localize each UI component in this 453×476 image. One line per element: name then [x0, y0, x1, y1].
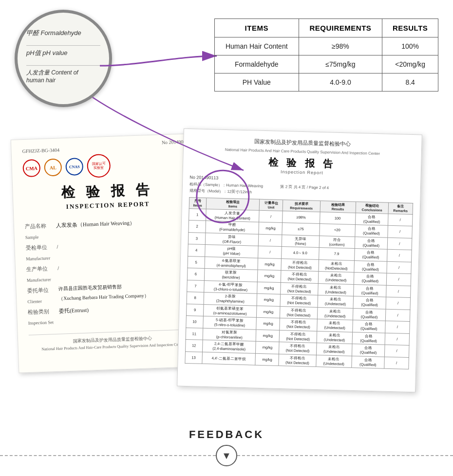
magnifier-separator-2: [26, 65, 100, 66]
arrow-svg-2: [93, 97, 253, 175]
magnifier-circle: 甲醛 Formaldehyde pH值 pH value 人发含量 Conten…: [15, 10, 112, 107]
feedback-icon[interactable]: ▼: [216, 445, 237, 466]
doc-fields: 产品名称Sample人发发条（Human Hair Weaving） 受检单位M…: [25, 215, 196, 328]
magnifier-line-1: 甲醛 Formaldehyde: [26, 29, 100, 37]
col-header-items: ITEMS: [215, 19, 299, 37]
logo-al: AL: [44, 158, 62, 176]
item-2: Formaldehyde: [215, 55, 299, 73]
inner-table: 序号Items 检验项目Items 计量单位Unit 技术要求Requireme…: [185, 197, 413, 370]
inner-col-unit: 计量单位Unit: [260, 199, 283, 211]
dashed-line-left: [0, 455, 216, 456]
inner-col-remark: 备注Remarks: [388, 202, 413, 214]
results-table: ITEMS REQUIREMENTS RESULTS Human Hair Co…: [214, 18, 438, 92]
table-row: PH Value 4.0-9.0 8.4: [215, 73, 438, 92]
logo-cma: CMA: [22, 159, 40, 177]
req-3: 4.0-9.0: [299, 73, 382, 92]
doc-footer-cn: 国家发制品及护发用品质量监督检验中心 National Hair Product…: [29, 329, 197, 353]
item-1: Human Hair Content: [215, 37, 299, 55]
table-row: Human Hair Content ≥98% 100%: [215, 37, 438, 55]
table-row: Formaldehyde ≤75mg/kg <20mg/kg: [215, 55, 438, 73]
dashed-line-right: [237, 455, 453, 456]
item-3: PH Value: [215, 73, 299, 92]
magnifier-line-2: pH值 pH value: [26, 49, 100, 57]
results-table-wrap: ITEMS REQUIREMENTS RESULTS Human Hair Co…: [214, 18, 438, 92]
col-header-results: RESULTS: [382, 19, 438, 37]
req-2: ≤75mg/kg: [299, 55, 382, 73]
inner-col-conclusion: 检验结论Conclusions: [356, 201, 389, 214]
feedback-divider: ▼: [0, 445, 453, 466]
inner-col-req: 技术要求Requirements: [283, 200, 320, 212]
col-header-requirements: REQUIREMENTS: [299, 19, 382, 37]
magnifier-separator-1: [26, 45, 100, 46]
logo-cnas: CNAS: [65, 158, 83, 176]
magnifier-line-3: 人发含量 Content ofhuman hair: [26, 69, 100, 84]
arrow-svg: [100, 51, 224, 80]
res-2: <20mg/kg: [382, 55, 438, 73]
res-1: 100%: [382, 37, 438, 55]
res-3: 8.4: [382, 73, 438, 92]
req-1: ≥98%: [299, 37, 382, 55]
feedback-title: FEEDBACK: [189, 428, 264, 441]
inner-col-item: 检验项目Items: [206, 198, 260, 210]
inner-col-no: 序号Items: [189, 197, 206, 209]
inner-col-result: 检验结果Results: [320, 201, 356, 213]
feedback-section: FEEDBACK ▼: [0, 428, 453, 466]
